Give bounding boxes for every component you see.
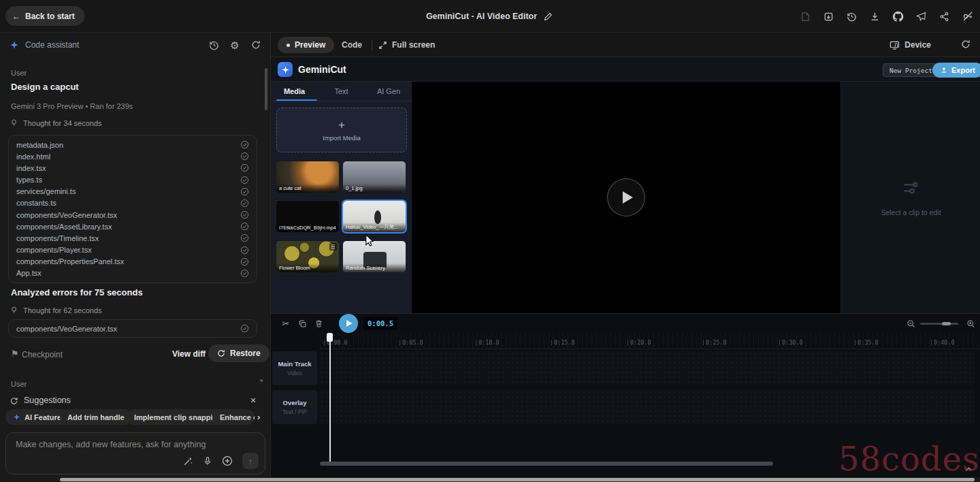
track-label-main: Main Track Video <box>272 351 317 385</box>
export-button[interactable]: Export <box>932 63 980 78</box>
collapse-timeline-icon[interactable] <box>965 466 973 472</box>
tab-text[interactable]: Text <box>318 82 365 101</box>
playhead-handle[interactable] <box>327 333 333 342</box>
media-thumb-mp4[interactable]: I7EtkkCsDQR_B9jH.mp4 <box>276 201 339 232</box>
share-icon[interactable] <box>938 11 950 22</box>
chip-label: Enhance cli <box>220 413 255 421</box>
duplicate-clip-icon[interactable] <box>297 318 308 329</box>
overlay-track-lane[interactable] <box>320 390 975 424</box>
page-scrollbar-thumb[interactable] <box>60 478 975 481</box>
tab-preview[interactable]: Preview <box>278 37 334 53</box>
assistant-title: Code assistant <box>25 40 79 50</box>
split-clip-icon[interactable]: ✂ <box>280 318 291 329</box>
chip-enhance-clip[interactable]: Enhance cli <box>212 409 255 425</box>
tabbar-border <box>271 101 412 101</box>
restore-icon <box>217 349 225 357</box>
restore-button[interactable]: Restore <box>208 344 270 362</box>
user-label: User <box>11 69 27 77</box>
geminicut-header: GeminiCut New Project Export <box>271 57 980 82</box>
file-row[interactable]: index.tsx <box>9 162 257 174</box>
zoom-slider[interactable] <box>920 323 958 325</box>
file-row[interactable]: components/VeoGenerator.tsx <box>9 209 257 221</box>
github-icon[interactable] <box>892 11 904 22</box>
media-thumb-cat[interactable]: a cute cat <box>276 161 339 193</box>
zoom-out-icon[interactable] <box>905 318 916 329</box>
check-circle-icon <box>240 210 249 219</box>
send-button[interactable]: ↑ <box>242 453 259 469</box>
media-thumb-scenery[interactable]: Random Scenery <box>343 241 406 272</box>
docs-icon[interactable] <box>800 11 811 22</box>
chip-label: Implement clip snapping <box>134 413 222 421</box>
refresh-preview-icon[interactable] <box>961 39 970 49</box>
view-diff-link[interactable]: View diff <box>172 349 206 359</box>
top-bar: ← Back to start GeminiCut - AI Video Edi… <box>0 0 980 33</box>
thought-bulb-icon <box>10 306 18 315</box>
thought-row-2[interactable]: Thought for 62 seconds <box>10 306 102 315</box>
checkpoint-label: Checkpoint <box>22 350 63 359</box>
edit-tools-icon[interactable] <box>183 456 193 466</box>
check-circle-icon <box>240 176 249 184</box>
file-name: types.ts <box>16 176 42 184</box>
save-app-icon[interactable] <box>823 11 834 22</box>
check-circle-icon <box>240 187 249 196</box>
thought-row-1[interactable]: Thought for 34 seconds <box>10 118 102 127</box>
media-thumb-flowers[interactable]: Flower Bloom <box>276 241 339 272</box>
media-thumb-penguin-selected[interactable]: Hailuo_Video_一只黑... <box>343 201 406 232</box>
tab-code[interactable]: Code <box>333 33 370 57</box>
edited-file-row[interactable]: components/VeoGenerator.tsx <box>8 319 257 338</box>
api-key-icon[interactable] <box>962 11 973 22</box>
timeline-scrollbar[interactable] <box>320 462 773 466</box>
main-track-lane[interactable] <box>320 351 975 385</box>
mic-icon[interactable] <box>203 456 212 466</box>
track-name: Overlay <box>283 399 307 406</box>
file-row[interactable]: types.ts <box>9 174 257 186</box>
check-circle-icon <box>240 199 249 208</box>
import-media-dropzone[interactable]: + Import Media <box>276 108 407 152</box>
composer: ↑ <box>5 432 265 475</box>
media-thumb-photo[interactable]: 0_1.jpg <box>343 161 406 193</box>
device-button[interactable]: Device <box>889 33 931 57</box>
back-to-start-button[interactable]: ← Back to start <box>5 6 84 26</box>
zoom-slider-thumb[interactable] <box>942 322 951 325</box>
check-circle-icon <box>240 222 249 231</box>
zoom-in-icon[interactable] <box>965 318 976 329</box>
reload-chat-icon[interactable] <box>250 39 261 50</box>
deploy-icon[interactable] <box>915 11 927 22</box>
edit-title-icon[interactable] <box>542 11 554 22</box>
adjustments-icon <box>902 178 921 197</box>
generated-files-list: metadata.json index.html index.tsx types… <box>8 135 257 283</box>
timeline-play-button[interactable] <box>339 314 358 333</box>
file-row[interactable]: components/PropertiesPanel.tsx <box>9 256 257 268</box>
file-row[interactable]: index.html <box>9 150 257 162</box>
file-row[interactable]: App.tsx <box>9 268 257 279</box>
chevron-down-icon[interactable]: ▾ <box>260 377 263 384</box>
chips-scroll-right-icon[interactable]: › <box>257 412 260 422</box>
file-row[interactable]: components/Player.tsx <box>9 244 257 256</box>
fullscreen-button[interactable]: Full screen <box>378 33 435 57</box>
download-icon[interactable] <box>869 11 881 22</box>
empty-selection-hint: Select a clip to edit <box>841 208 980 216</box>
close-suggestions-icon[interactable]: × <box>250 395 256 406</box>
chat-scrollbar[interactable] <box>265 68 267 110</box>
file-row[interactable]: services/gemini.ts <box>9 186 257 197</box>
tab-media[interactable]: Media <box>271 82 318 101</box>
window-title-text: GeminiCut - AI Video Editor <box>426 12 537 21</box>
settings-gear-icon[interactable]: ⚙ <box>229 39 240 50</box>
file-row[interactable]: constants.ts <box>9 197 257 209</box>
tab-ai-gen[interactable]: AI Gen <box>365 82 412 101</box>
chip-add-trim-handle[interactable]: Add trim handle <box>60 409 132 425</box>
suggestions-icon <box>10 396 18 405</box>
file-row[interactable]: components/Timeline.tsx <box>9 232 257 244</box>
add-attachment-icon[interactable] <box>222 455 233 466</box>
new-project-button[interactable]: New Project <box>883 63 939 77</box>
timeline-ruler[interactable]: 0:00.0 0:05.0 0:10.0 0:15.0 0:20.0 0:25.… <box>320 333 980 349</box>
video-player <box>412 82 840 313</box>
file-row[interactable]: metadata.json <box>9 139 257 150</box>
history-icon[interactable] <box>846 11 858 22</box>
delete-clip-icon[interactable] <box>313 318 324 329</box>
file-row[interactable]: components/AssetLibrary.tsx <box>9 221 257 232</box>
play-button[interactable] <box>607 178 645 216</box>
tab-preview-label: Preview <box>295 40 325 50</box>
media-label: Flower Bloom <box>276 263 339 272</box>
chat-history-icon[interactable] <box>208 39 219 50</box>
